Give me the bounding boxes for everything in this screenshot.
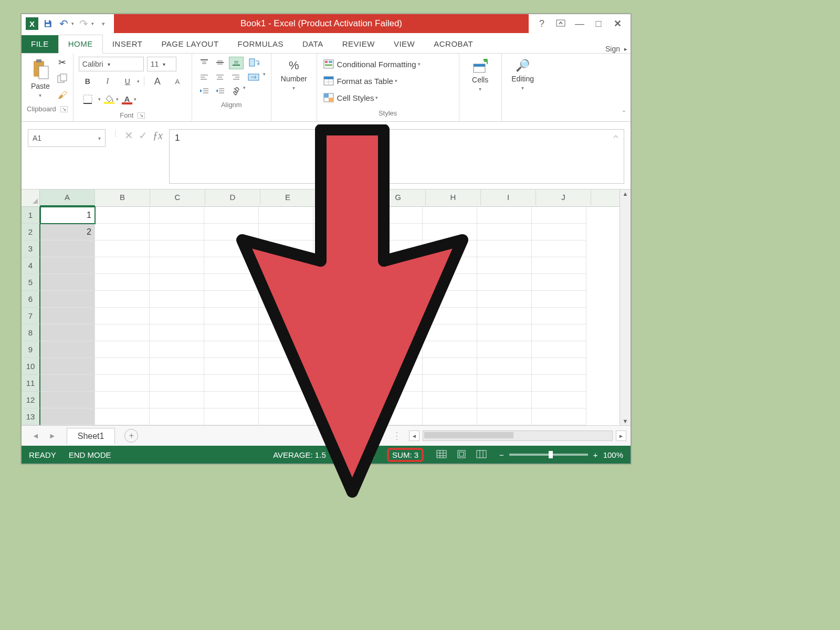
align-center-button[interactable]: [213, 71, 227, 83]
fill-color-more-icon[interactable]: ▾: [116, 97, 119, 102]
row-header[interactable]: 12: [22, 392, 40, 408]
cell-e5[interactable]: [259, 274, 313, 291]
cell-e3[interactable]: [259, 240, 313, 257]
column-header-f[interactable]: F: [316, 190, 371, 205]
column-header-e[interactable]: E: [260, 190, 316, 205]
format-painter-icon[interactable]: 🖌: [58, 90, 67, 101]
redo-icon[interactable]: ↷: [77, 17, 90, 30]
paste-button[interactable]: Paste ▾: [27, 57, 54, 100]
cell-i2[interactable]: [477, 224, 532, 240]
cell-i5[interactable]: [477, 274, 532, 291]
cell-b13[interactable]: [95, 408, 150, 425]
sign-in-link[interactable]: Sign: [605, 45, 620, 53]
zoom-out-button[interactable]: −: [499, 450, 504, 459]
cell-a8[interactable]: [40, 324, 95, 341]
zoom-level[interactable]: 100%: [603, 450, 623, 459]
cell-j6[interactable]: [532, 291, 586, 308]
cell-e9[interactable]: [259, 341, 313, 358]
cell-f13[interactable]: [313, 408, 368, 425]
cell-g13[interactable]: [368, 408, 423, 425]
cell-i13[interactable]: [477, 408, 532, 425]
cell-b6[interactable]: [95, 291, 150, 308]
row-header[interactable]: 9: [22, 341, 40, 358]
normal-view-icon[interactable]: [436, 450, 447, 460]
scroll-down-icon[interactable]: ▼: [623, 418, 628, 424]
cell-d1[interactable]: [204, 207, 259, 224]
cell-e13[interactable]: [259, 408, 313, 425]
tab-view[interactable]: VIEW: [384, 35, 424, 53]
cell-i1[interactable]: [477, 207, 532, 224]
row-header[interactable]: 11: [22, 375, 40, 392]
minimize-icon[interactable]: —: [574, 18, 585, 29]
grow-font-button[interactable]: A: [149, 74, 166, 89]
row-header[interactable]: 7: [22, 308, 40, 324]
cell-f4[interactable]: [313, 257, 368, 274]
scroll-up-icon[interactable]: ▲: [623, 191, 628, 197]
save-icon[interactable]: [41, 17, 54, 30]
row-header[interactable]: 1: [22, 207, 40, 224]
cell-a13[interactable]: [40, 408, 95, 425]
cell-b3[interactable]: [95, 240, 150, 257]
column-header-i[interactable]: I: [481, 190, 536, 205]
cell-a1[interactable]: 1: [40, 207, 95, 224]
cell-g6[interactable]: [368, 291, 423, 308]
cell-g5[interactable]: [368, 274, 423, 291]
wrap-text-button[interactable]: [246, 57, 264, 68]
cell-h9[interactable]: [423, 341, 477, 358]
cell-a9[interactable]: [40, 341, 95, 358]
row-header[interactable]: 4: [22, 257, 40, 274]
cell-c10[interactable]: [150, 358, 204, 375]
cell-a7[interactable]: [40, 308, 95, 324]
name-box[interactable]: A1 ▾: [28, 129, 106, 147]
cell-b8[interactable]: [95, 324, 150, 341]
cell-d2[interactable]: [204, 224, 259, 240]
editing-button[interactable]: 🔎 Editing ▾: [507, 57, 539, 93]
zoom-in-button[interactable]: +: [593, 450, 598, 459]
cell-styles-button[interactable]: Cell Styles▾: [322, 90, 454, 105]
collapse-ribbon-icon[interactable]: ˆ: [623, 110, 625, 118]
cell-e12[interactable]: [259, 392, 313, 408]
copy-icon[interactable]: [57, 74, 68, 85]
cell-g1[interactable]: [368, 207, 423, 224]
cell-d8[interactable]: [204, 324, 259, 341]
cell-c13[interactable]: [150, 408, 204, 425]
cell-c12[interactable]: [150, 392, 204, 408]
row-header[interactable]: 5: [22, 274, 40, 291]
cell-e1[interactable]: [259, 207, 313, 224]
help-icon[interactable]: ?: [536, 18, 548, 29]
tab-review[interactable]: REVIEW: [333, 35, 384, 53]
cell-f11[interactable]: [313, 375, 368, 392]
cell-b5[interactable]: [95, 274, 150, 291]
orientation-more-icon[interactable]: ▾: [243, 85, 246, 97]
cell-f3[interactable]: [313, 240, 368, 257]
cell-h6[interactable]: [423, 291, 477, 308]
formula-bar-resize-icon[interactable]: ⋮: [112, 129, 118, 138]
editing-more-icon[interactable]: ▾: [521, 85, 524, 91]
cell-h12[interactable]: [423, 392, 477, 408]
cell-a4[interactable]: [40, 257, 95, 274]
cell-i7[interactable]: [477, 308, 532, 324]
cell-j9[interactable]: [532, 341, 586, 358]
format-as-table-button[interactable]: Format as Table▾: [322, 74, 454, 88]
column-header-d[interactable]: D: [205, 190, 260, 205]
cell-c4[interactable]: [150, 257, 204, 274]
font-launcher-icon[interactable]: ↘: [138, 112, 145, 119]
cell-i9[interactable]: [477, 341, 532, 358]
cell-e10[interactable]: [259, 358, 313, 375]
row-header[interactable]: 8: [22, 324, 40, 341]
cell-c2[interactable]: [150, 224, 204, 240]
cell-j5[interactable]: [532, 274, 586, 291]
paste-more-icon[interactable]: ▾: [39, 92, 41, 98]
formula-bar[interactable]: 1 ⌵: [169, 129, 624, 184]
cell-g7[interactable]: [368, 308, 423, 324]
cell-e11[interactable]: [259, 375, 313, 392]
cell-f2[interactable]: [313, 224, 368, 240]
tab-acrobat[interactable]: ACROBAT: [424, 35, 482, 53]
cell-b7[interactable]: [95, 308, 150, 324]
cell-d10[interactable]: [204, 358, 259, 375]
cell-j3[interactable]: [532, 240, 586, 257]
cell-g10[interactable]: [368, 358, 423, 375]
maximize-icon[interactable]: □: [593, 18, 604, 29]
underline-more-icon[interactable]: ▾: [137, 79, 140, 84]
cell-d11[interactable]: [204, 375, 259, 392]
